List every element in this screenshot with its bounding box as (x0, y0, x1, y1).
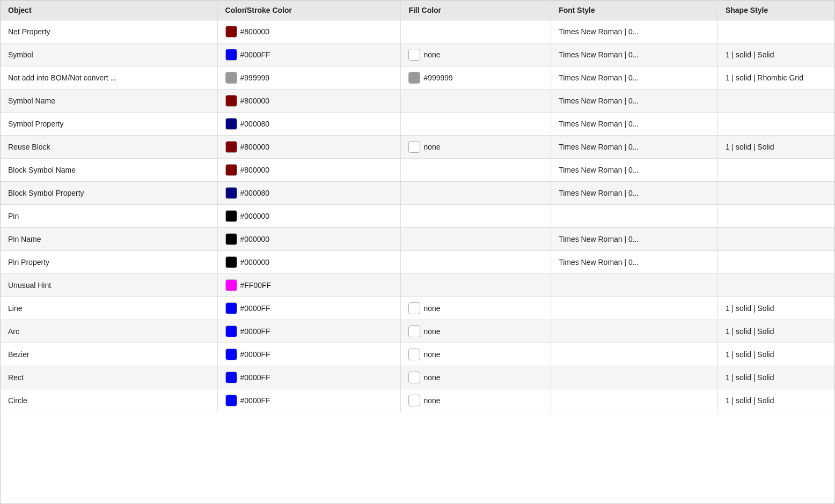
cell-font-style: Times New Roman | 0... (551, 113, 718, 136)
cell-stroke-color: #0000FF (217, 343, 401, 366)
table-row[interactable]: Reuse Block#800000noneTimes New Roman | … (1, 136, 834, 159)
fill-color-swatch[interactable] (408, 395, 420, 406)
stroke-color-swatch[interactable] (225, 279, 237, 291)
cell-fill-color (401, 274, 551, 297)
col-header-fill: Fill Color (401, 1, 551, 20)
table-row[interactable]: Pin#000000 (1, 205, 834, 228)
stroke-color-text: #000080 (240, 189, 270, 197)
cell-fill-color: none (401, 389, 551, 412)
table-row[interactable]: Block Symbol Name#800000Times New Roman … (1, 159, 834, 182)
stroke-color-swatch[interactable] (225, 256, 237, 268)
fill-color-swatch[interactable] (408, 72, 420, 84)
cell-font-style: Times New Roman | 0... (551, 66, 718, 90)
cell-shape-style (717, 113, 834, 136)
stroke-color-swatch[interactable] (225, 349, 237, 360)
table-row[interactable]: Arc#0000FFnone1 | solid | Solid (1, 320, 834, 343)
cell-stroke-color: #0000FF (217, 297, 401, 320)
table-row[interactable]: Block Symbol Property#000080Times New Ro… (1, 182, 834, 205)
cell-object: Rect (1, 366, 217, 389)
cell-shape-style (717, 90, 834, 113)
table-container[interactable]: Object Color/Stroke Color Fill Color Fon… (0, 0, 835, 504)
table-row[interactable]: Line#0000FFnone1 | solid | Solid (1, 297, 834, 320)
cell-object: Block Symbol Name (1, 159, 217, 182)
cell-font-style (551, 274, 718, 297)
cell-object: Reuse Block (1, 136, 217, 159)
cell-fill-color (401, 182, 551, 205)
cell-font-style (551, 320, 718, 343)
stroke-color-swatch[interactable] (225, 72, 237, 84)
cell-fill-color (401, 228, 551, 251)
cell-stroke-color: #800000 (217, 20, 401, 43)
stroke-color-text: #0000FF (240, 50, 270, 59)
stroke-color-text: #0000FF (240, 327, 270, 336)
fill-color-swatch[interactable] (408, 349, 420, 360)
cell-fill-color (401, 251, 551, 274)
fill-color-text: none (423, 350, 440, 359)
cell-object: Unusual Hint (1, 274, 217, 297)
table-row[interactable]: Not add into BOM/Not convert ...#999999#… (1, 66, 834, 90)
cell-object: Line (1, 297, 217, 320)
cell-object: Block Symbol Property (1, 182, 217, 205)
cell-object: Bezier (1, 343, 217, 366)
stroke-color-swatch[interactable] (225, 302, 237, 314)
stroke-color-swatch[interactable] (225, 118, 237, 130)
cell-stroke-color: #000000 (217, 205, 401, 228)
cell-stroke-color: #800000 (217, 136, 401, 159)
stroke-color-text: #0000FF (240, 373, 270, 382)
fill-color-swatch[interactable] (408, 49, 420, 61)
col-header-font: Font Style (551, 1, 718, 20)
fill-color-text: none (423, 327, 440, 336)
cell-object: Not add into BOM/Not convert ... (1, 66, 217, 90)
stroke-color-swatch[interactable] (225, 141, 237, 153)
table-row[interactable]: Symbol Name#800000Times New Roman | 0... (1, 90, 834, 113)
table-row[interactable]: Symbol#0000FFnoneTimes New Roman | 0...1… (1, 43, 834, 66)
fill-color-swatch[interactable] (408, 302, 420, 314)
cell-fill-color (401, 20, 551, 43)
stroke-color-swatch[interactable] (225, 395, 237, 406)
stroke-color-text: #800000 (240, 166, 270, 174)
cell-stroke-color: #0000FF (217, 389, 401, 412)
stroke-color-swatch[interactable] (225, 210, 237, 222)
stroke-color-swatch[interactable] (225, 164, 237, 176)
cell-stroke-color: #0000FF (217, 43, 401, 66)
cell-object: Circle (1, 389, 217, 412)
cell-font-style (551, 389, 718, 412)
cell-shape-style (717, 159, 834, 182)
fill-color-swatch[interactable] (408, 141, 420, 153)
table-row[interactable]: Rect#0000FFnone1 | solid | Solid (1, 366, 834, 389)
stroke-color-swatch[interactable] (225, 95, 237, 107)
cell-stroke-color: #800000 (217, 159, 401, 182)
cell-shape-style (717, 205, 834, 228)
fill-color-swatch[interactable] (408, 325, 420, 337)
table-row[interactable]: Pin Property#000000Times New Roman | 0..… (1, 251, 834, 274)
stroke-color-swatch[interactable] (225, 49, 237, 61)
cell-shape-style (717, 182, 834, 205)
table-row[interactable]: Symbol Property#000080Times New Roman | … (1, 113, 834, 136)
stroke-color-swatch[interactable] (225, 26, 237, 38)
stroke-color-swatch[interactable] (225, 372, 237, 383)
cell-object: Pin Name (1, 228, 217, 251)
stroke-color-text: #800000 (240, 27, 270, 36)
cell-fill-color: #999999 (401, 66, 551, 90)
fill-color-swatch[interactable] (408, 372, 420, 383)
table-row[interactable]: Bezier#0000FFnone1 | solid | Solid (1, 343, 834, 366)
cell-shape-style: 1 | solid | Solid (717, 389, 834, 412)
cell-font-style: Times New Roman | 0... (551, 228, 718, 251)
cell-stroke-color: #000000 (217, 228, 401, 251)
stroke-color-text: #FF00FF (240, 281, 272, 290)
cell-font-style: Times New Roman | 0... (551, 43, 718, 66)
stroke-color-text: #000000 (240, 212, 270, 220)
stroke-color-swatch[interactable] (225, 325, 237, 337)
cell-stroke-color: #0000FF (217, 320, 401, 343)
cell-object: Net Property (1, 20, 217, 43)
table-row[interactable]: Net Property#800000Times New Roman | 0..… (1, 20, 834, 43)
stroke-color-swatch[interactable] (225, 233, 237, 245)
cell-font-style: Times New Roman | 0... (551, 20, 718, 43)
stroke-color-swatch[interactable] (225, 187, 237, 199)
table-row[interactable]: Circle#0000FFnone1 | solid | Solid (1, 389, 834, 412)
table-row[interactable]: Pin Name#000000Times New Roman | 0... (1, 228, 834, 251)
cell-stroke-color: #000080 (217, 182, 401, 205)
table-row[interactable]: Unusual Hint#FF00FF (1, 274, 834, 297)
cell-shape-style: 1 | solid | Solid (717, 136, 834, 159)
cell-shape-style: 1 | solid | Solid (717, 320, 834, 343)
